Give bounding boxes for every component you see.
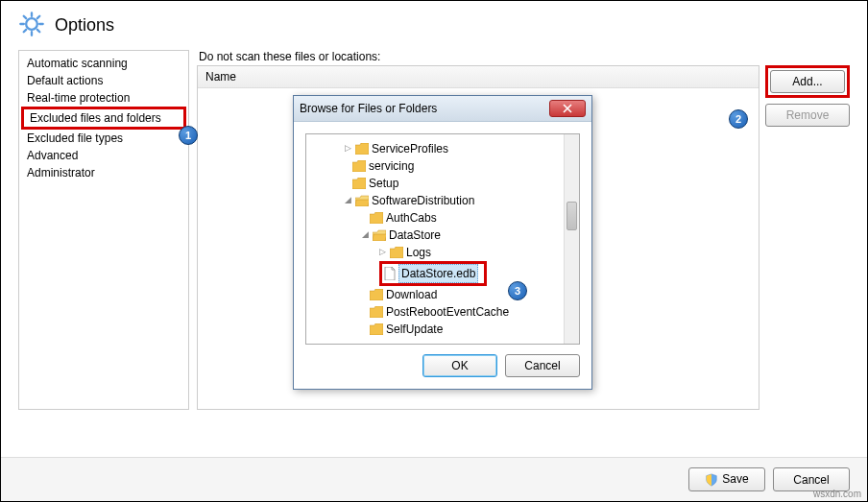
tree-item-datastore[interactable]: ◢ DataStore — [310, 227, 575, 244]
folder-icon — [352, 160, 366, 172]
folder-icon — [370, 323, 383, 335]
folder-icon — [370, 306, 383, 318]
scrollbar[interactable] — [564, 134, 579, 344]
dialog-cancel-button[interactable]: Cancel — [505, 354, 580, 377]
options-window: Options Automatic scanning Default actio… — [1, 1, 867, 501]
sidebar-item-default-actions[interactable]: Default actions — [21, 72, 186, 89]
sidebar: Automatic scanning Default actions Real-… — [18, 50, 189, 410]
folder-icon — [352, 178, 366, 189]
dialog-titlebar[interactable]: Browse for Files or Folders — [294, 96, 591, 122]
button-column: Add... Remove — [765, 65, 850, 410]
remove-button: Remove — [765, 104, 850, 127]
tree-item-datastore-edb[interactable]: DataStore.edb — [310, 261, 575, 286]
footnote: wsxdn.com — [813, 489, 861, 499]
close-icon — [563, 104, 572, 113]
save-label: Save — [722, 472, 748, 486]
file-icon — [384, 267, 396, 280]
folder-open-icon — [373, 229, 386, 241]
close-button[interactable] — [549, 100, 586, 117]
expander-icon[interactable]: ▷ — [343, 142, 352, 155]
tree-item-setup[interactable]: Setup — [310, 175, 575, 192]
folder-icon — [355, 143, 369, 155]
folder-tree[interactable]: ▷ ServiceProfiles servicing Setup ◢ — [305, 133, 580, 345]
dialog-body: ▷ ServiceProfiles servicing Setup ◢ — [294, 122, 591, 389]
column-header-name[interactable]: Name — [198, 66, 759, 88]
save-button[interactable]: Save — [688, 467, 765, 491]
file-highlight: DataStore.edb — [379, 261, 487, 286]
expander-collapse-icon[interactable]: ◢ — [360, 228, 370, 242]
sidebar-item-administrator[interactable]: Administrator — [21, 164, 186, 181]
dialog-button-row: OK Cancel — [305, 354, 580, 377]
page-title: Options — [55, 15, 114, 36]
add-button[interactable]: Add... — [770, 70, 845, 93]
tree-item-selfupdate[interactable]: SelfUpdate — [310, 321, 575, 338]
browse-dialog: Browse for Files or Folders ▷ ServicePro… — [293, 95, 592, 390]
gear-icon — [18, 11, 45, 40]
tree-item-softwaredistribution[interactable]: ◢ SoftwareDistribution — [310, 192, 575, 209]
expander-collapse-icon[interactable]: ◢ — [343, 194, 352, 207]
sidebar-item-real-time-protection[interactable]: Real-time protection — [21, 89, 186, 107]
tree-content: ▷ ServiceProfiles servicing Setup ◢ — [306, 134, 579, 344]
sidebar-item-advanced[interactable]: Advanced — [21, 147, 186, 164]
callout-badge-1: 1 — [179, 126, 198, 145]
tree-item-serviceprofiles[interactable]: ▷ ServiceProfiles — [310, 140, 575, 157]
bottom-bar: Save Cancel — [1, 457, 867, 501]
sidebar-item-excluded-file-types[interactable]: Excluded file types — [21, 130, 186, 147]
folder-icon — [370, 212, 383, 224]
dialog-title: Browse for Files or Folders — [300, 102, 437, 115]
section-label: Do not scan these files or locations: — [197, 50, 850, 63]
tree-item-postrebooteventcache[interactable]: PostRebootEventCache — [310, 303, 575, 321]
folder-icon — [390, 247, 403, 258]
add-highlight: Add... — [765, 65, 850, 98]
shield-icon — [705, 473, 718, 487]
tree-item-logs[interactable]: ▷ Logs — [310, 244, 575, 261]
tree-item-download[interactable]: Download — [310, 286, 575, 303]
callout-badge-2: 2 — [729, 109, 748, 129]
expander-icon[interactable]: ▷ — [377, 246, 387, 259]
ok-button[interactable]: OK — [422, 354, 497, 377]
window-header: Options — [1, 1, 867, 50]
sidebar-item-automatic-scanning[interactable]: Automatic scanning — [21, 55, 186, 72]
folder-open-icon — [355, 195, 369, 206]
tree-item-servicing[interactable]: servicing — [310, 157, 575, 175]
scrollbar-thumb[interactable] — [567, 202, 577, 230]
svg-point-0 — [26, 18, 37, 30]
sidebar-item-excluded-files-and-folders[interactable]: Excluded files and folders — [21, 107, 186, 130]
callout-badge-3: 3 — [508, 281, 527, 300]
tree-item-authcabs[interactable]: AuthCabs — [310, 209, 575, 227]
folder-icon — [370, 289, 383, 300]
